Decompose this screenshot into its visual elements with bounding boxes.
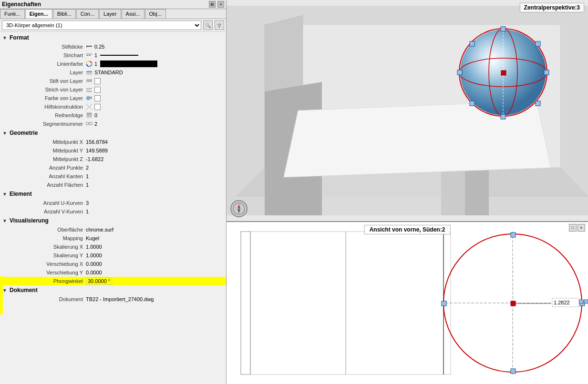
close-viewport-button[interactable]: × — [578, 224, 585, 232]
visualisierung-section-header[interactable]: ▼ Visualisierung — [0, 216, 226, 225]
stift-von-layer-label: Stift von Layer — [10, 78, 86, 84]
stiftdicke-label: Stiftdicke — [10, 44, 86, 50]
format-section-header[interactable]: ▼ Format — [0, 33, 226, 42]
svg-line-19 — [86, 104, 92, 110]
strich-von-layer-row: Strich von Layer — [0, 85, 226, 94]
hilfskonstruktion-checkbox[interactable] — [94, 104, 101, 110]
mittelpunkt-y-value: 149.5889 — [86, 148, 108, 153]
reihenfolge-label: Reihenfolge — [10, 112, 86, 118]
panel-title: Eigenschaften — [2, 1, 41, 8]
tab-bibli[interactable]: Bibli... — [53, 9, 76, 19]
mittelpunkt-x-label: Mittelpunkt X — [10, 139, 86, 145]
skalierung-y-label: Skalierung Y — [10, 253, 86, 258]
element-section-header[interactable]: ▼ Element — [0, 189, 226, 199]
properties-content: ▼ Format Stiftdicke 0.25 Strichart 1 — [0, 32, 226, 384]
svg-rect-6 — [86, 71, 92, 72]
segment-icon — [86, 121, 93, 127]
nav-icon[interactable] — [230, 200, 248, 217]
skalierung-x-label: Skalierung X — [10, 244, 86, 250]
filter-dropdown-icon[interactable]: ▽ — [215, 20, 224, 30]
svg-rect-42 — [457, 70, 462, 75]
svg-rect-22 — [87, 117, 92, 118]
mittelpunkt-y-label: Mittelpunkt Y — [10, 148, 86, 153]
tab-layer[interactable]: Layer — [99, 9, 121, 19]
farbe-von-layer-checkbox[interactable] — [94, 95, 101, 101]
viewport-3d-label: Zentralperspektive:3 — [520, 3, 584, 12]
pen-thickness-icon — [86, 43, 93, 50]
format-title: Format — [10, 34, 29, 41]
oberflaeche-label: Oberfläche — [10, 227, 86, 232]
tab-con[interactable]: Con... — [76, 9, 99, 19]
layer-label: Layer — [10, 70, 86, 75]
svg-rect-2 — [86, 54, 92, 54]
mittelpunkt-z-label: Mittelpunkt Z — [10, 156, 86, 162]
phongwinkel-label: Phongwinkel — [10, 278, 86, 284]
object-type-dropdown[interactable]: 3D-Körper allgemein (1) — [2, 20, 201, 30]
strichart-row: Strichart 1 — [0, 51, 226, 60]
mittelpunkt-x-value: 156.8784 — [86, 139, 108, 145]
svg-rect-61 — [511, 232, 516, 237]
oberflaeche-value: chrome.surf — [86, 227, 113, 232]
stift-von-layer-checkbox[interactable] — [94, 78, 101, 84]
dokument-row: Dokument TB22 - Importiert_27400.dwg — [0, 295, 226, 303]
viewport-2d[interactable]: Ansicht von vorne, Süden:2 □ × — [227, 222, 588, 384]
svg-marker-1 — [86, 45, 87, 48]
geometrie-title: Geometrie — [10, 130, 38, 136]
farbe-von-layer-row: Farbe von Layer — [0, 94, 226, 102]
svg-rect-41 — [501, 114, 505, 119]
element-title: Element — [10, 191, 32, 197]
hilfskonstruktion-row: Hilfskonstruktion — [0, 102, 226, 111]
phongwinkel-value[interactable]: 30.0000 ° — [86, 277, 112, 285]
segmentnummer-value: 2 — [94, 121, 97, 127]
svg-rect-23 — [86, 122, 89, 125]
verschiebung-x-label: Verschiebung X — [10, 261, 86, 267]
svg-rect-9 — [86, 80, 92, 81]
close-panel-icon[interactable]: × — [217, 1, 224, 8]
scene-3d-svg — [227, 0, 588, 221]
svg-rect-4 — [89, 55, 91, 56]
stiftdicke-row: Stiftdicke 0.25 — [0, 42, 226, 51]
linienfarbe-label: Linienfarbe — [10, 61, 86, 67]
tab-funk[interactable]: Funk... — [0, 9, 25, 19]
mittelpunkt-y-row: Mittelpunkt Y 149.5889 — [0, 146, 226, 155]
construction-icon — [86, 103, 93, 110]
layer-value: STANDARD — [94, 70, 123, 75]
order-icon — [86, 112, 93, 119]
anzahl-kanten-row: Anzahl Kanten 1 — [0, 172, 226, 181]
verschiebung-x-value: 0.0000 — [86, 261, 102, 267]
svg-rect-11 — [86, 88, 92, 89]
farbe-von-layer-label: Farbe von Layer — [10, 95, 86, 101]
anzahl-kanten-value: 1 — [86, 173, 89, 179]
reihenfolge-row: Reihenfolge 0 — [0, 111, 226, 120]
verschiebung-y-row: Verschiebung Y 0.0000 — [0, 268, 226, 277]
skalierung-y-value: 1.0000 — [86, 253, 102, 258]
search-dropdown-icon[interactable]: 🔍 — [203, 20, 213, 30]
svg-rect-20 — [87, 113, 92, 114]
svg-rect-44 — [536, 41, 540, 46]
skalierung-x-value: 1.0000 — [86, 244, 102, 250]
mittelpunkt-z-row: Mittelpunkt Z -1.6822 — [0, 155, 226, 163]
dokument-section-header[interactable]: ▼ Dokument — [0, 285, 226, 295]
maximize-viewport-button[interactable]: □ — [569, 224, 577, 232]
svg-rect-24 — [90, 122, 92, 125]
anzahl-punkte-row: Anzahl Punkte 2 — [0, 163, 226, 172]
skalierung-y-row: Skalierung Y 1.0000 — [0, 251, 226, 260]
viewport-2d-label: Ansicht von vorne, Süden:2 — [364, 225, 451, 234]
tab-eigen[interactable]: Eigen... — [25, 9, 52, 19]
tab-assi[interactable]: Assi... — [122, 9, 144, 19]
tab-obj[interactable]: Obj... — [145, 9, 166, 19]
color-wheel-icon — [86, 61, 93, 67]
mapping-label: Mapping — [10, 235, 86, 241]
layer-row: Layer STANDARD — [0, 68, 226, 77]
layer-icon — [86, 69, 93, 76]
strich-von-layer-checkbox[interactable] — [94, 87, 101, 93]
pin-icon[interactable]: ⊞ — [209, 1, 216, 8]
dokument-title: Dokument — [10, 287, 38, 293]
geometrie-section-header[interactable]: ▼ Geometrie — [0, 128, 226, 138]
anzahl-flaechen-row: Anzahl Flächen 1 — [0, 181, 226, 189]
hilfskonstruktion-label: Hilfskonstruktion — [10, 104, 86, 110]
svg-rect-0 — [86, 46, 92, 47]
viewport-3d[interactable]: Zentralperspektive:3 — [227, 0, 588, 222]
scene-2d-svg: 1.2822 — [227, 222, 588, 384]
mittelpunkt-x-row: Mittelpunkt X 156.8784 — [0, 138, 226, 146]
